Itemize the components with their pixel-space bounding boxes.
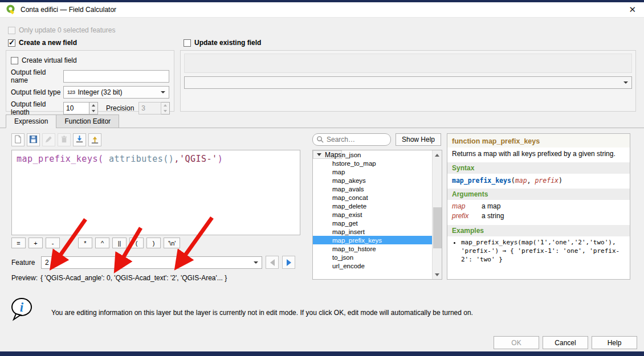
function-search <box>312 133 391 146</box>
only-update-checkbox <box>8 27 15 34</box>
function-help-panel: function map_prefix_keys Returns a map w… <box>447 133 630 280</box>
show-help-button[interactable]: Show Help <box>396 133 441 146</box>
update-existing-group <box>180 50 636 112</box>
example-item: map_prefix_keys(map('1','one','2','two')… <box>461 239 630 264</box>
existing-field-select[interactable] <box>184 76 632 89</box>
file-icon <box>14 135 22 145</box>
help-description: Returns a map with all keys prefixed by … <box>447 148 630 161</box>
operator-multiply-button[interactable]: * <box>78 238 92 248</box>
screen: Conta edifici — Field Calculator ✕ Only … <box>0 0 644 356</box>
expander-icon[interactable] <box>317 153 321 156</box>
import-expression-button[interactable] <box>73 133 86 146</box>
precision-label: Precision <box>106 104 134 112</box>
tree-item-map-get[interactable]: map_get <box>313 219 432 227</box>
tree-item-map-concat[interactable]: map_concat <box>313 193 432 202</box>
update-existing-field-checkbox[interactable] <box>184 39 191 47</box>
trash-icon <box>60 135 68 145</box>
next-feature-button[interactable] <box>282 256 295 269</box>
operator-concat-button[interactable]: || <box>112 238 127 248</box>
create-virtual-field-label: Create virtual field <box>22 56 77 64</box>
create-virtual-field-row[interactable]: Create virtual field <box>11 54 169 67</box>
tree-group-maps[interactable]: Maps <box>313 150 342 159</box>
output-field-type-value: Integer (32 bit) <box>78 88 123 96</box>
chevron-down-icon <box>623 81 628 84</box>
output-field-length-stepper[interactable] <box>63 102 98 114</box>
expression-toolbar <box>11 133 101 146</box>
tree-item-map-insert[interactable]: map_insert <box>313 227 432 236</box>
tree-item-map-avals[interactable]: map_avals <box>313 185 432 193</box>
expression-editor[interactable]: map_prefix_keys( attributes(),'QGIS-') <box>11 150 300 235</box>
feature-select[interactable] <box>41 256 262 269</box>
tab-expression[interactable]: Expression <box>6 114 56 128</box>
operator-open-paren-button[interactable]: ( <box>129 238 144 248</box>
spin-down-icon <box>161 108 169 114</box>
tree-item-map-exist[interactable]: map_exist <box>313 210 432 219</box>
export-arrow-icon <box>91 135 99 145</box>
output-field-name-row: Output field name <box>11 70 169 83</box>
close-icon[interactable]: ✕ <box>626 5 638 15</box>
new-expression-button[interactable] <box>11 133 25 146</box>
operator-plus-button[interactable]: + <box>28 238 43 248</box>
tree-item-map[interactable]: map <box>313 167 432 176</box>
output-field-name-input[interactable] <box>63 70 169 83</box>
svg-text:i: i <box>20 300 24 314</box>
argument-description: a map <box>482 202 500 210</box>
tree-group-label: Maps <box>325 151 341 159</box>
integer-type-icon: 123 <box>67 89 75 95</box>
scroll-down-button[interactable] <box>433 270 442 279</box>
tree-scrollbar[interactable] <box>432 150 442 279</box>
tree-item-map-prefix-keys[interactable]: map_prefix_keys <box>313 236 432 244</box>
length-spin-buttons[interactable] <box>89 102 98 114</box>
syntax-function-name: map_prefix_keys <box>452 177 511 185</box>
tree-item-map-delete[interactable]: map_delete <box>313 202 432 210</box>
operator-newline-button[interactable]: '\n' <box>164 238 180 248</box>
tab-function-editor[interactable]: Function Editor <box>56 114 119 128</box>
operator-minus-button[interactable]: - <box>46 238 60 248</box>
tab-bar: Expression Function Editor <box>6 114 119 128</box>
tree-item-map-to-hstore[interactable]: map_to_hstore <box>313 244 432 253</box>
scrollbar-thumb[interactable] <box>433 207 442 248</box>
help-button[interactable]: Help <box>592 336 637 349</box>
expression-pane: map_prefix_keys( attributes(),'QGIS-') =… <box>0 128 644 279</box>
tree-item-hstore-to-map[interactable]: hstore_to_map <box>313 159 432 167</box>
operator-power-button[interactable]: ^ <box>95 238 109 248</box>
spin-down-icon[interactable] <box>89 108 97 114</box>
output-field-length-input[interactable] <box>63 102 89 114</box>
preview-row: Preview: { 'QGIS-Acad_angle': 0, 'QGIS-A… <box>11 274 227 282</box>
search-input[interactable] <box>312 133 391 146</box>
save-expression-button[interactable] <box>27 133 40 146</box>
output-field-type-select[interactable]: 123 Integer (32 bit) <box>63 86 169 99</box>
operator-close-paren-button[interactable]: ) <box>146 238 161 248</box>
tree-item-url-encode[interactable]: url_encode <box>313 261 432 270</box>
syntax-close-paren: ) <box>559 177 563 185</box>
export-expression-button[interactable] <box>88 133 101 146</box>
operator-equals-button[interactable]: = <box>11 238 26 248</box>
create-new-field-row[interactable]: Create a new field <box>8 39 77 47</box>
ok-button[interactable]: OK <box>494 336 539 349</box>
tree-item-to-json[interactable]: to_json <box>313 253 432 261</box>
syntax-comma: , <box>527 177 535 185</box>
search-icon <box>316 136 324 145</box>
spin-up-icon[interactable] <box>89 103 97 108</box>
chevron-down-icon <box>161 91 165 93</box>
cancel-button[interactable]: Cancel <box>543 336 588 349</box>
existing-field-list <box>184 54 632 73</box>
feature-input[interactable] <box>45 259 239 267</box>
pencil-icon <box>44 135 53 145</box>
create-virtual-field-checkbox[interactable] <box>11 57 18 64</box>
previous-feature-button <box>266 256 279 269</box>
expression-argument-text: attributes() <box>104 154 174 164</box>
expression-close-paren: ) <box>218 154 223 164</box>
help-examples-header: Examples <box>447 225 630 236</box>
output-field-type-row: Output field type 123 Integer (32 bit) <box>11 86 169 99</box>
update-existing-field-row[interactable]: Update existing field <box>184 39 261 47</box>
only-update-label: Only update 0 selected features <box>19 26 115 34</box>
create-new-field-checkbox[interactable] <box>8 39 15 47</box>
syntax-arg-prefix: prefix <box>535 177 559 185</box>
previous-arrow-icon <box>270 259 275 266</box>
tree-item-map-akeys[interactable]: map_akeys <box>313 176 432 185</box>
expression-function-text: map_prefix_keys( <box>17 154 104 164</box>
argument-row: prefix a string <box>452 212 625 220</box>
function-tree-list: Maps from_json hstore_to_map map map_ake… <box>313 150 432 279</box>
scroll-up-button[interactable] <box>433 150 442 159</box>
